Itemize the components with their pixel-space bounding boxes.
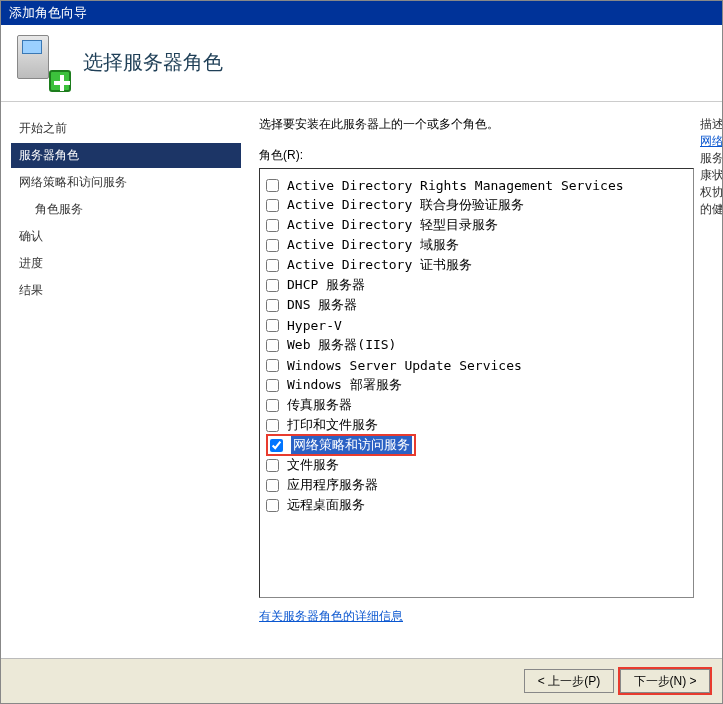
description-line: 的健 [700, 201, 722, 218]
role-checkbox[interactable] [266, 479, 279, 492]
role-row[interactable]: Windows 部署服务 [264, 375, 689, 395]
roles-listbox[interactable]: Active Directory Rights Management Servi… [259, 168, 694, 598]
description-panel: 描述 网络 服务 康状 权协 的健 [698, 102, 722, 658]
role-checkbox[interactable] [266, 399, 279, 412]
sidebar-item-2[interactable]: 网络策略和访问服务 [11, 170, 241, 195]
role-checkbox[interactable] [266, 179, 279, 192]
role-row[interactable]: 文件服务 [264, 455, 689, 475]
role-row[interactable]: DHCP 服务器 [264, 275, 689, 295]
role-label: DNS 服务器 [287, 296, 357, 314]
instruction-text: 选择要安装在此服务器上的一个或多个角色。 [259, 116, 694, 133]
wizard-footer: < 上一步(P) 下一步(N) > [1, 658, 722, 703]
main-panel: 选择要安装在此服务器上的一个或多个角色。 角色(R): Active Direc… [241, 102, 698, 658]
role-checkbox[interactable] [266, 359, 279, 372]
role-checkbox[interactable] [266, 199, 279, 212]
role-row[interactable]: Active Directory 证书服务 [264, 255, 689, 275]
sidebar-item-1[interactable]: 服务器角色 [11, 143, 241, 168]
role-row[interactable]: Active Directory 域服务 [264, 235, 689, 255]
role-label: Hyper-V [287, 318, 342, 333]
sidebar-item-4[interactable]: 确认 [11, 224, 241, 249]
role-label: DHCP 服务器 [287, 276, 365, 294]
server-role-icon [17, 35, 65, 89]
description-line: 服务 [700, 150, 722, 167]
role-label: 远程桌面服务 [287, 496, 365, 514]
role-checkbox[interactable] [266, 379, 279, 392]
role-checkbox[interactable] [270, 439, 283, 452]
role-label: Windows Server Update Services [287, 358, 522, 373]
role-row[interactable]: Web 服务器(IIS) [264, 335, 689, 355]
role-row[interactable]: 打印和文件服务 [264, 415, 689, 435]
role-row[interactable]: 网络策略和访问服务 [264, 435, 689, 455]
role-row[interactable]: Active Directory 轻型目录服务 [264, 215, 689, 235]
role-label: Web 服务器(IIS) [287, 336, 396, 354]
role-label: Active Directory 联合身份验证服务 [287, 196, 524, 214]
role-label: 应用程序服务器 [287, 476, 378, 494]
description-line: 康状 [700, 167, 722, 184]
description-link[interactable]: 网络 [700, 134, 722, 148]
role-row[interactable]: 传真服务器 [264, 395, 689, 415]
role-label: Active Directory 证书服务 [287, 256, 472, 274]
role-row[interactable]: 远程桌面服务 [264, 495, 689, 515]
page-title: 选择服务器角色 [83, 49, 223, 76]
role-label: Active Directory 域服务 [287, 236, 459, 254]
role-checkbox[interactable] [266, 239, 279, 252]
role-label: 打印和文件服务 [287, 416, 378, 434]
sidebar-item-6[interactable]: 结果 [11, 278, 241, 303]
titlebar: 添加角色向导 [1, 1, 722, 25]
wizard-body: 开始之前服务器角色网络策略和访问服务角色服务确认进度结果 选择要安装在此服务器上… [1, 102, 722, 658]
role-label: 文件服务 [287, 456, 339, 474]
role-row[interactable]: Windows Server Update Services [264, 355, 689, 375]
roles-label: 角色(R): [259, 147, 694, 164]
role-checkbox[interactable] [266, 499, 279, 512]
role-checkbox[interactable] [266, 419, 279, 432]
roles-info-link[interactable]: 有关服务器角色的详细信息 [259, 609, 403, 623]
role-checkbox[interactable] [266, 299, 279, 312]
role-checkbox[interactable] [266, 319, 279, 332]
sidebar-item-0[interactable]: 开始之前 [11, 116, 241, 141]
role-checkbox[interactable] [266, 459, 279, 472]
role-row[interactable]: DNS 服务器 [264, 295, 689, 315]
role-row[interactable]: 应用程序服务器 [264, 475, 689, 495]
role-row[interactable]: Active Directory 联合身份验证服务 [264, 195, 689, 215]
description-line: 权协 [700, 184, 722, 201]
role-highlight-box: 网络策略和访问服务 [266, 434, 416, 456]
role-row[interactable]: Active Directory Rights Management Servi… [264, 175, 689, 195]
wizard-window: 添加角色向导 选择服务器角色 开始之前服务器角色网络策略和访问服务角色服务确认进… [0, 0, 723, 704]
sidebar-item-3[interactable]: 角色服务 [11, 197, 241, 222]
wizard-header: 选择服务器角色 [1, 25, 722, 102]
back-button[interactable]: < 上一步(P) [524, 669, 614, 693]
role-label: Active Directory Rights Management Servi… [287, 178, 624, 193]
description-heading: 描述 [700, 116, 722, 133]
role-checkbox[interactable] [266, 339, 279, 352]
role-checkbox[interactable] [266, 219, 279, 232]
role-checkbox[interactable] [266, 259, 279, 272]
role-label: 网络策略和访问服务 [291, 436, 412, 454]
window-title: 添加角色向导 [9, 5, 87, 20]
role-row[interactable]: Hyper-V [264, 315, 689, 335]
role-label: Windows 部署服务 [287, 376, 402, 394]
role-label: 传真服务器 [287, 396, 352, 414]
next-button[interactable]: 下一步(N) > [620, 669, 710, 693]
sidebar-item-5[interactable]: 进度 [11, 251, 241, 276]
role-checkbox[interactable] [266, 279, 279, 292]
sidebar: 开始之前服务器角色网络策略和访问服务角色服务确认进度结果 [1, 102, 241, 658]
role-label: Active Directory 轻型目录服务 [287, 216, 498, 234]
